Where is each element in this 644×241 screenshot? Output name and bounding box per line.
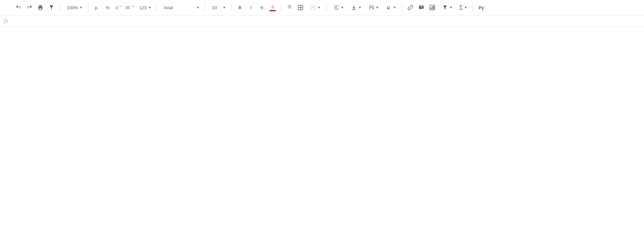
formula-input[interactable] — [12, 16, 644, 25]
insert-link-button[interactable] — [406, 3, 415, 12]
increase-decimal-button[interactable]: .00→ — [125, 3, 134, 12]
main-toolbar: 100%▼ р. % .0← .00→ 123▼ Arial▼ 10▼ B I … — [0, 0, 644, 15]
print-button[interactable] — [36, 3, 45, 12]
text-color-button[interactable]: A — [268, 3, 277, 12]
separator — [157, 4, 157, 11]
inc-label: .00 — [125, 5, 130, 10]
insert-chart-button[interactable] — [428, 3, 437, 12]
percent-label: % — [106, 5, 110, 10]
separator — [326, 4, 326, 11]
italic-button[interactable]: I — [246, 3, 256, 12]
more-formats-dropdown[interactable]: 123▼ — [136, 3, 153, 12]
currency-label: р. — [95, 5, 99, 10]
strikethrough-button[interactable]: S — [257, 3, 267, 12]
textcolor-label: A — [271, 4, 274, 10]
chevron-down-icon: ▼ — [449, 6, 453, 9]
horizontal-align-dropdown[interactable]: ▼ — [330, 3, 346, 12]
fmt-label: 123 — [139, 5, 147, 10]
fill-color-swatch — [286, 10, 293, 11]
separator — [60, 4, 60, 11]
italic-label: I — [250, 5, 251, 10]
chevron-down-icon: ▼ — [223, 6, 226, 9]
separator — [231, 4, 232, 11]
chevron-down-icon: ▼ — [376, 6, 379, 9]
decrease-decimal-button[interactable]: .0← — [114, 3, 123, 12]
bold-label: B — [238, 5, 242, 10]
undo-button[interactable] — [14, 3, 23, 12]
separator — [473, 4, 473, 11]
paint-format-button[interactable] — [47, 3, 56, 12]
merge-cells-dropdown[interactable]: ▼ — [307, 3, 323, 12]
fill-color-button[interactable] — [285, 3, 294, 12]
insert-comment-button[interactable] — [417, 3, 426, 12]
py-label: Py — [479, 5, 484, 10]
chevron-down-icon: ▼ — [341, 6, 344, 9]
borders-button[interactable] — [296, 3, 305, 12]
text-rotation-dropdown[interactable]: ▼ — [382, 3, 398, 12]
chevron-down-icon: ▼ — [393, 6, 396, 9]
chevron-down-icon: ▼ — [318, 6, 321, 9]
strike-label: S — [260, 5, 263, 10]
chevron-down-icon: ▼ — [196, 6, 199, 9]
svg-rect-17 — [431, 8, 431, 9]
functions-dropdown[interactable]: Σ▼ — [456, 3, 469, 12]
filter-dropdown[interactable]: ▼ — [438, 3, 455, 12]
chevron-down-icon: ▼ — [358, 6, 361, 9]
separator — [205, 4, 205, 11]
chevron-down-icon: ▼ — [79, 6, 83, 9]
zoom-value: 100% — [67, 5, 78, 10]
chevron-down-icon: ▼ — [464, 6, 467, 9]
size-label: 10 — [212, 5, 217, 10]
svg-rect-19 — [433, 6, 434, 9]
chevron-down-icon: ▼ — [148, 6, 151, 9]
format-currency-button[interactable]: р. — [92, 3, 101, 12]
fx-icon: fx — [4, 18, 8, 24]
zoom-dropdown[interactable]: 100%▼ — [63, 3, 85, 12]
separator — [402, 4, 402, 11]
svg-rect-18 — [432, 7, 433, 9]
svg-rect-2 — [39, 8, 42, 10]
separator — [281, 4, 281, 11]
text-wrap-dropdown[interactable]: ▼ — [365, 3, 381, 12]
vertical-align-dropdown[interactable]: ▼ — [347, 3, 363, 12]
formula-bar: fx — [0, 15, 644, 27]
python-button[interactable]: Py — [476, 3, 486, 12]
text-color-swatch — [270, 10, 276, 11]
redo-button[interactable] — [25, 3, 34, 12]
bold-button[interactable]: B — [235, 3, 245, 12]
format-percent-button[interactable]: % — [103, 3, 112, 12]
dec-label: .0 — [115, 5, 118, 10]
font-size-dropdown[interactable]: 10▼ — [209, 3, 228, 12]
font-label: Arial — [164, 5, 173, 10]
separator — [88, 4, 88, 11]
svg-rect-0 — [39, 5, 42, 7]
font-dropdown[interactable]: Arial▼ — [160, 3, 201, 12]
